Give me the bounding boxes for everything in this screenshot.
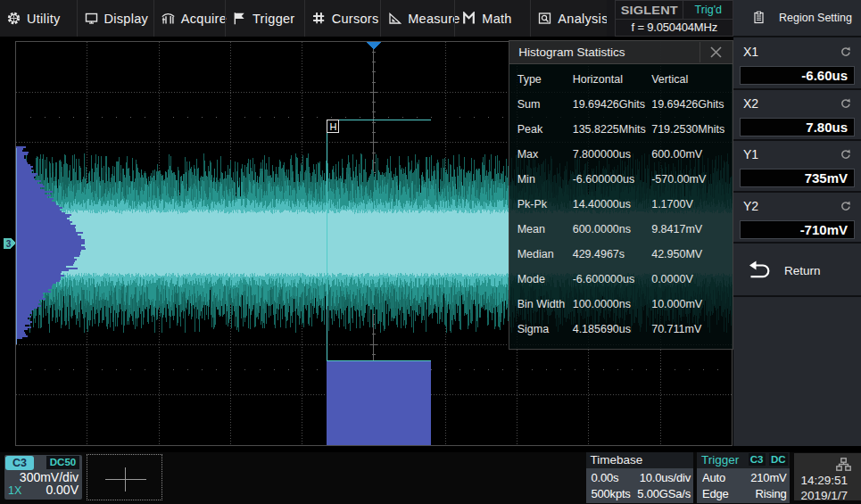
svg-text:3: 3: [6, 239, 12, 249]
svg-text:H: H: [329, 121, 336, 132]
